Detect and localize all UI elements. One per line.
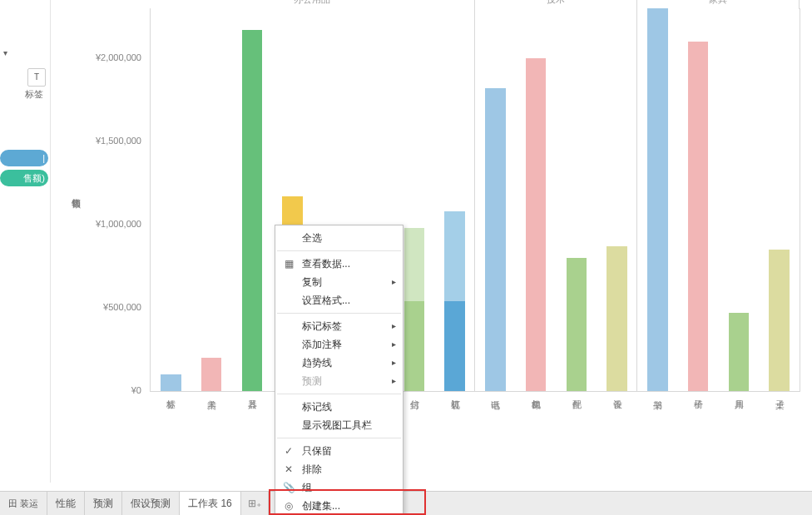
- y-tick-label: ¥0: [75, 385, 141, 395]
- chevron-right-icon: ▸: [392, 317, 396, 335]
- bar[interactable]: [485, 88, 505, 391]
- paperclip-icon: 📎: [282, 478, 295, 497]
- tab-shipping[interactable]: 田 装运: [0, 492, 47, 515]
- chart-plot[interactable]: [150, 8, 800, 392]
- bar[interactable]: [161, 374, 181, 391]
- group-divider: [636, 8, 637, 391]
- menu-exclude-label: 排除: [302, 463, 322, 475]
- menu-show-view-toolbar[interactable]: 显示视图工具栏: [275, 416, 403, 434]
- bar[interactable]: [769, 250, 789, 391]
- menu-forecast-label: 预测: [302, 375, 322, 387]
- chevron-right-icon: ▸: [392, 354, 396, 372]
- bar[interactable]: [404, 301, 424, 391]
- tab-whatif[interactable]: 假设预测: [122, 492, 180, 515]
- tab-forecast[interactable]: 预测: [85, 492, 122, 515]
- grid-icon: ▦: [282, 255, 295, 273]
- bar[interactable]: [242, 30, 262, 391]
- chart-area: 销售额 ¥0¥500,000¥1,000,000¥1,500,000¥2,000…: [67, 0, 807, 474]
- field-pill-blue[interactable]: |: [0, 150, 48, 166]
- y-tick-label: ¥1,500,000: [75, 136, 141, 146]
- menu-mark-label-label: 标记标签: [302, 320, 342, 332]
- x-icon: ✕: [282, 460, 295, 478]
- bar[interactable]: [526, 58, 546, 391]
- group-divider: [474, 8, 475, 391]
- dropdown-caret[interactable]: ▾: [3, 48, 7, 57]
- menu-copy-label: 复制: [302, 276, 322, 288]
- menu-trend-line-label: 趋势线: [302, 357, 332, 369]
- tab-worksheet-16[interactable]: 工作表 16: [180, 492, 241, 515]
- chevron-right-icon: ▸: [392, 372, 396, 390]
- menu-keep-only[interactable]: ✓ 只保留: [275, 442, 403, 460]
- menu-forecast: 预测 ▸: [275, 372, 403, 390]
- menu-create-set-label: 创建集...: [302, 500, 340, 512]
- menu-set-format[interactable]: 设置格式...: [275, 291, 403, 309]
- label-text: 标签: [25, 88, 43, 101]
- y-tick-label: ¥500,000: [75, 302, 141, 312]
- y-tick-label: ¥1,000,000: [75, 219, 141, 229]
- bar-upper[interactable]: [404, 228, 424, 301]
- bar[interactable]: [201, 358, 221, 391]
- menu-create-set[interactable]: ◎ 创建集...: [275, 497, 403, 515]
- grid-icon: 田: [8, 498, 17, 508]
- group-header: 技术: [474, 0, 637, 9]
- venn-icon: ◎: [282, 497, 295, 515]
- menu-keep-only-label: 只保留: [302, 445, 332, 457]
- bar[interactable]: [607, 246, 626, 391]
- bar[interactable]: [688, 42, 708, 391]
- y-tick-label: ¥2,000,000: [75, 52, 141, 62]
- field-pill-green[interactable]: 售额): [0, 170, 48, 186]
- chevron-right-icon: ▸: [392, 273, 396, 291]
- menu-copy[interactable]: 复制 ▸: [275, 273, 403, 291]
- menu-add-annotation[interactable]: 添加注释 ▸: [275, 335, 403, 354]
- menu-view-data[interactable]: ▦ 查看数据...: [275, 255, 403, 273]
- bar[interactable]: [647, 8, 667, 391]
- tab-performance[interactable]: 性能: [47, 492, 85, 515]
- menu-trend-line[interactable]: 趋势线 ▸: [275, 354, 403, 372]
- menu-group-label: 组: [302, 482, 312, 493]
- menu-mark-label[interactable]: 标记标签 ▸: [275, 317, 403, 335]
- menu-group[interactable]: 📎 组: [275, 478, 403, 497]
- new-worksheet-button[interactable]: ⊞₊: [241, 492, 269, 515]
- menu-select-all[interactable]: 全选: [275, 229, 403, 247]
- check-icon: ✓: [282, 442, 295, 460]
- group-header: 办公用品: [150, 0, 475, 9]
- tab-shipping-label: 装运: [20, 498, 38, 508]
- context-menu: 全选 ▦ 查看数据... 复制 ▸ 设置格式... 标记标签 ▸ 添加注释 ▸ …: [275, 225, 404, 515]
- bar[interactable]: [567, 258, 587, 391]
- menu-exclude[interactable]: ✕ 排除: [275, 460, 403, 478]
- chevron-right-icon: ▸: [392, 335, 396, 354]
- left-config-pane: ▾ T 标签 | 售额): [0, 0, 51, 483]
- bar[interactable]: [729, 313, 749, 391]
- menu-mark-line[interactable]: 标记线: [275, 398, 403, 416]
- menu-add-annotation-label: 添加注释: [302, 339, 342, 350]
- bar-upper[interactable]: [444, 211, 464, 301]
- menu-view-data-label: 查看数据...: [302, 258, 350, 270]
- sheet-tab-bar: 田 装运 性能 预测 假设预测 工作表 16 ⊞₊ ⊞⁺ □: [0, 491, 812, 515]
- bar[interactable]: [444, 301, 464, 391]
- group-header: 家具: [636, 0, 800, 9]
- label-icon[interactable]: T: [27, 68, 46, 87]
